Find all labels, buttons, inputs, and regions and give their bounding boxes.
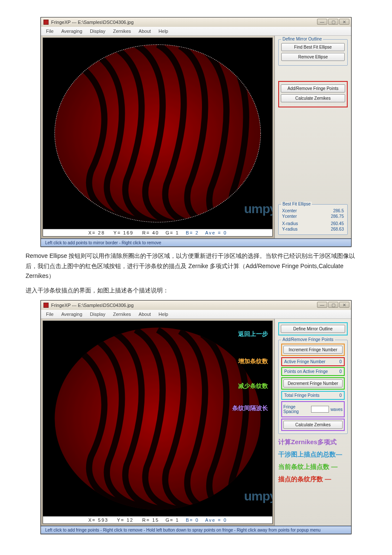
side-panel: Define Mirror Outline Add/Remove Fringe … (274, 319, 351, 526)
canvas-area: 返回上一步 增加条纹数 减少条纹数 条纹间隔波长 umpywong.com X=… (43, 321, 273, 524)
menu-averaging[interactable]: Averaging (61, 29, 82, 34)
workspace: umpywong.com X= 28 Y= 169 R= 40 G= 1 B= … (41, 36, 351, 239)
window-controls: — ▢ ✕ (317, 19, 349, 25)
active-num-box: Active Fringe Number0 (281, 357, 345, 366)
group-legend: Define Mirror Outline (281, 37, 323, 41)
define-mirror-outline-button[interactable]: Define Mirror Outline (281, 325, 345, 333)
back-box: Define Mirror Outline (278, 322, 348, 335)
readout-b: B= 2 (186, 230, 199, 235)
title-bar: FringeXP --- E:\Samples\DSC04306.jpg — ▢… (41, 17, 351, 27)
total-points-label: Total Fringe Points (284, 393, 320, 398)
readout-ave: Ave = 0 (205, 517, 227, 523)
total-box: Total Fringe Points0 (281, 391, 345, 400)
increment-fringe-button[interactable]: Increment Fringe Number (283, 346, 343, 354)
readout-x: X= 593 (88, 517, 108, 523)
readout-g: G= 1 (166, 517, 179, 523)
active-fringe-label: Active Fringe Number (284, 359, 326, 364)
remove-ellipse-button[interactable]: Remove Ellipse (281, 53, 345, 61)
pixel-readout: X= 593 Y= 12 R= 15 G= 1 B= 0 Ave = 0 (43, 516, 272, 523)
fringe-spacing-input[interactable] (311, 406, 329, 413)
readout-y: Y= 12 (117, 517, 133, 523)
xcenter-row: Xcenter286.5 (281, 208, 345, 214)
menu-bar: File Averaging Display Zernikes About He… (41, 310, 351, 319)
menu-zernikes[interactable]: Zernikes (113, 312, 131, 317)
add-remove-fringe-points-button[interactable]: Add/Remove Fringe Points (281, 84, 345, 92)
readout-ave: Ave = 0 (205, 230, 227, 235)
points-active-label: Points on Active Fringe (284, 369, 328, 374)
workspace: 返回上一步 增加条纹数 减少条纹数 条纹间隔波长 umpywong.com X=… (41, 319, 351, 526)
window-title: FringeXP --- E:\Samples\DSC04306.jpg (51, 20, 134, 25)
note-fringenum: 描点的条纹序数 — (278, 475, 348, 483)
highlighted-buttons: Add/Remove Fringe Points Calculate Zerni… (278, 81, 348, 107)
ycenter-row: Ycenter286.75 (281, 214, 345, 219)
maximize-button[interactable]: ▢ (328, 302, 338, 308)
status-bar: Left click to add points to mirror borde… (41, 239, 351, 246)
annot-dec: 减少条纹数 (238, 382, 268, 390)
active-pts-box: Points on Active Fringe0 (281, 367, 345, 376)
xradius-row: X-radius260.45 (281, 221, 345, 226)
pixel-readout: X= 28 Y= 169 R= 40 G= 1 B= 2 Ave = 0 (43, 229, 272, 236)
note-totalpts: 干涉图上描点的总数— (278, 451, 348, 459)
readout-g: G= 1 (166, 230, 179, 235)
menu-display[interactable]: Display (90, 29, 105, 34)
calculate-zernikes-button[interactable]: Calculate Zernikes (283, 421, 343, 429)
close-button[interactable]: ✕ (339, 19, 349, 25)
readout-r: R= 40 (142, 230, 159, 235)
minimize-button[interactable]: — (317, 302, 327, 308)
note-activepts: 当前条纹上描点数 — (278, 463, 348, 471)
menu-zernikes[interactable]: Zernikes (113, 29, 131, 34)
app-icon (43, 20, 49, 25)
readout-r: R= 15 (142, 517, 159, 523)
calc-box: Calculate Zernikes (281, 419, 345, 431)
readout-b: B= 0 (186, 517, 199, 523)
menu-file[interactable]: File (46, 312, 54, 317)
interferogram-canvas[interactable]: 返回上一步 增加条纹数 减少条纹数 条纹间隔波长 umpywong.com (43, 321, 272, 516)
total-points-value: 0 (339, 393, 342, 398)
menu-help[interactable]: Help (159, 312, 168, 317)
points-active-value: 0 (339, 369, 342, 374)
readout-x: X= 28 (88, 230, 105, 235)
dec-box: Decrement Fringe Number (281, 377, 345, 390)
canvas-area: umpywong.com X= 28 Y= 169 R= 40 G= 1 B= … (43, 38, 273, 237)
calculate-zernikes-button[interactable]: Calculate Zernikes (281, 94, 345, 102)
menu-bar: File Averaging Display Zernikes About He… (41, 27, 351, 36)
fringe-spacing-unit: waves (331, 407, 343, 412)
active-fringe-value: 0 (339, 359, 342, 364)
group-legend: Add/Remove Fringe Points (281, 337, 335, 342)
decrement-fringe-button[interactable]: Decrement Fringe Number (283, 379, 343, 387)
menu-about[interactable]: About (138, 312, 151, 317)
interferogram-canvas[interactable]: umpywong.com (43, 38, 272, 229)
group-legend: Best Fit Ellipse (281, 202, 312, 206)
find-best-fit-ellipse-button[interactable]: Find Best Fit Ellipse (281, 43, 345, 51)
fringe-spacing-label: Fringe Spacing (283, 405, 309, 414)
title-bar: FringeXP --- E:\Samples\DSC04306.jpg — ▢… (41, 301, 351, 310)
window-title: FringeXP --- E:\Samples\DSC04306.jpg (51, 303, 134, 308)
screenshot-1: FringeXP --- E:\Samples\DSC04306.jpg — ▢… (40, 17, 352, 247)
window-controls: — ▢ ✕ (317, 302, 349, 308)
note-calc: 计算Zernikes多项式 (278, 438, 348, 446)
annot-back: 返回上一步 (238, 330, 268, 338)
status-bar: Left click to add fringe points - Right … (41, 526, 351, 534)
screenshot-2: FringeXP --- E:\Samples\DSC04306.jpg — ▢… (40, 300, 352, 534)
fringe-points-group: Add/Remove Fringe Points Increment Fring… (278, 340, 348, 434)
menu-help[interactable]: Help (159, 29, 168, 34)
minimize-button[interactable]: — (317, 19, 327, 25)
paragraph-2: 进入干涉条纹描点的界面，如图上描述各个描述说明： (26, 286, 366, 296)
readout-y: Y= 169 (113, 230, 133, 235)
inc-box: Increment Fringe Number (281, 344, 345, 356)
best-fit-ellipse-group: Best Fit Ellipse Xcenter286.5 Ycenter286… (278, 204, 348, 235)
spacing-box: Fringe Spacing waves (281, 401, 345, 417)
close-button[interactable]: ✕ (339, 302, 349, 308)
side-panel: Define Mirror Outline Find Best Fit Elli… (274, 36, 351, 238)
menu-averaging[interactable]: Averaging (61, 312, 82, 317)
menu-file[interactable]: File (46, 29, 54, 34)
define-outline-group: Define Mirror Outline Find Best Fit Elli… (278, 39, 348, 66)
paragraph-1: Remove Ellipse 按钮则可以用作清除所圈出的干涉区域，以方便重新进行… (26, 251, 366, 281)
menu-about[interactable]: About (138, 29, 151, 34)
annot-spacing: 条纹间隔波长 (232, 405, 268, 412)
maximize-button[interactable]: ▢ (328, 19, 338, 25)
annot-inc: 增加条纹数 (238, 358, 268, 365)
yradius-row: Y-radius268.63 (281, 226, 345, 232)
menu-display[interactable]: Display (90, 312, 105, 317)
app-icon (43, 303, 49, 308)
